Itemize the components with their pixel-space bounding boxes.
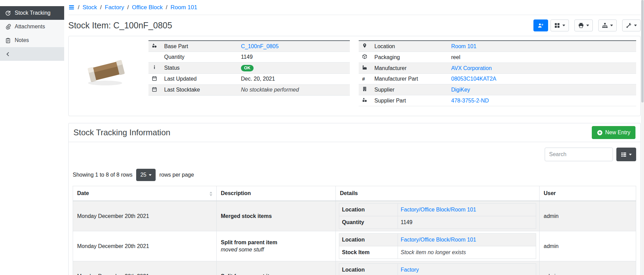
detail-label: Supplier Part: [372, 95, 448, 106]
sort-icon[interactable]: [210, 192, 212, 196]
detail-label: Last Stocktake: [161, 84, 238, 95]
location-link[interactable]: Room 101: [451, 43, 476, 49]
column-header-label: Date: [77, 190, 89, 196]
detail-subrow: Quantity 1149: [339, 216, 536, 229]
manufacturer-link[interactable]: AVX Corporation: [451, 65, 492, 71]
column-header-details[interactable]: Details: [336, 186, 540, 201]
detail-subrow-label: Stock Item: [339, 246, 398, 259]
description-note: moved some stuff: [221, 247, 331, 253]
detail-label: Quantity: [161, 52, 238, 63]
tracking-row: Monday December 20th 2021 Split from par…: [73, 261, 636, 275]
menu-icon[interactable]: [68, 4, 75, 11]
scrollbar-thumb[interactable]: [641, 0, 644, 102]
supplier-link[interactable]: DigiKey: [451, 87, 470, 93]
details-subtable: Location Factory/Office Block/Room 101 Q…: [339, 203, 536, 229]
stock-tracking-card: Stock Tracking Information New Entry: [68, 123, 641, 275]
sidebar-item-stock-tracking[interactable]: Stock Tracking: [0, 6, 64, 20]
detail-location-link[interactable]: Factory/Office Block/Room 101: [401, 207, 476, 212]
detail-location-link[interactable]: Factory/Office Block/Room 101: [401, 237, 476, 243]
breadcrumb-link-room-101[interactable]: Room 101: [171, 4, 197, 11]
column-header-label: Description: [221, 190, 251, 196]
breadcrumb-link-office-block[interactable]: Office Block: [132, 4, 162, 11]
tools-icon: [626, 23, 632, 28]
detail-location-link[interactable]: Factory: [401, 267, 419, 273]
column-header-description[interactable]: Description: [217, 186, 336, 201]
detail-subrow-label: Quantity: [339, 216, 398, 229]
base-part-link[interactable]: C_100nF_0805: [241, 43, 278, 49]
manufacturer-part-link[interactable]: 08053C104KAT2A: [451, 76, 496, 82]
caret-down-icon: [149, 174, 152, 176]
breadcrumb-separator: /: [127, 4, 129, 11]
location-pin-icon: [362, 43, 367, 48]
breadcrumb-separator: /: [166, 4, 168, 11]
caret-down-icon: [629, 154, 632, 155]
section-title: Stock Tracking Information: [73, 128, 170, 137]
supplier-part-link[interactable]: 478-3755-2-ND: [451, 98, 489, 104]
search-input[interactable]: [545, 148, 613, 161]
table-toolbar: [73, 148, 636, 161]
tracking-header: Stock Tracking Information New Entry: [69, 123, 640, 142]
user-cell: admin: [540, 231, 636, 261]
column-header-label: Details: [340, 190, 358, 196]
caret-down-icon: [634, 25, 637, 26]
status-badge: OK: [241, 65, 254, 71]
info-icon: [152, 65, 157, 70]
stock-transfer-actions-button[interactable]: [598, 19, 617, 31]
detail-subrow: Location Factory/Office Block/Room 101: [339, 204, 536, 216]
barcode-actions-button[interactable]: [550, 19, 569, 31]
edit-actions-button[interactable]: [622, 19, 641, 31]
detail-row-manufacturer-part: # Manufacturer Part 08053C104KAT2A: [359, 74, 636, 84]
page: Stock Tracking Attachments Notes /: [0, 0, 644, 275]
detail-row-last-updated: Last Updated Dec. 20, 2021: [148, 73, 350, 84]
part-thumbnail[interactable]: [73, 40, 140, 98]
quantity-value: 1149: [241, 54, 253, 60]
breadcrumb-link-stock[interactable]: Stock: [83, 4, 97, 11]
column-header-user[interactable]: User: [540, 186, 636, 201]
history-icon: [5, 10, 11, 16]
column-header-label: User: [544, 190, 556, 196]
stock-user-actions-button[interactable]: [533, 19, 548, 31]
industry-icon: [362, 65, 367, 70]
new-entry-button[interactable]: New Entry: [592, 126, 635, 139]
vertical-scrollbar[interactable]: [641, 0, 644, 275]
detail-label: Status: [161, 63, 238, 74]
rows-per-page-text: rows per page: [159, 172, 194, 178]
calendar-icon: [152, 87, 157, 92]
detail-subrow-label: Location: [339, 264, 398, 275]
user-gear-icon: [538, 23, 544, 28]
detail-subrow-label: Location: [339, 204, 398, 216]
supplier-details-table: Location Room 101 Packaging reel Manufac…: [359, 40, 636, 106]
sidebar-item-notes[interactable]: Notes: [0, 33, 64, 47]
sidebar: Stock Tracking Attachments Notes: [0, 0, 64, 275]
list-columns-icon: [621, 152, 627, 157]
detail-label: Manufacturer: [372, 63, 448, 74]
breadcrumb: / Stock / Factory / Office Block / Room …: [68, 0, 641, 15]
details-subtable: Location Factory/Office Block/Room 101 S…: [339, 233, 536, 259]
caret-down-icon: [562, 25, 565, 26]
user-cell: admin: [540, 261, 636, 275]
pagination-info: Showing 1 to 8 of 8 rows 25 rows per pag…: [73, 169, 636, 181]
print-actions-button[interactable]: [574, 19, 593, 31]
sidebar-item-attachments[interactable]: Attachments: [0, 20, 64, 33]
detail-row-quantity: Quantity 1149: [148, 52, 350, 63]
detail-subrow-label: Location: [339, 234, 398, 246]
page-size-button[interactable]: 25: [136, 169, 156, 181]
detail-row-manufacturer: Manufacturer AVX Corporation: [359, 63, 636, 74]
detail-row-base-part: Base Part C_100nF_0805: [148, 41, 350, 52]
detail-subrow: Stock Item Stock item no longer exists: [339, 246, 536, 259]
sidebar-collapse-button[interactable]: [0, 47, 64, 61]
user-cell: admin: [540, 201, 636, 231]
last-updated-value: Dec. 20, 2021: [241, 76, 275, 82]
description-text: Merged stock items: [221, 213, 272, 219]
page-size-value: 25: [140, 172, 146, 178]
column-header-date[interactable]: Date: [73, 186, 217, 201]
tracking-body: Showing 1 to 8 of 8 rows 25 rows per pag…: [69, 148, 640, 275]
breadcrumb-link-factory[interactable]: Factory: [105, 4, 124, 11]
stock-item-details-card: Base Part C_100nF_0805 Quantity 1149 Sta…: [68, 36, 641, 116]
header-actions: [533, 19, 641, 31]
tracking-row: Monday December 20th 2021 Split from par…: [73, 231, 636, 261]
date-cell: Monday December 20th 2021: [73, 201, 217, 231]
capacitor-image: [81, 50, 132, 88]
detail-subrow: Location Factory/Office Block/Room 101: [339, 234, 536, 246]
columns-button[interactable]: [616, 148, 636, 161]
